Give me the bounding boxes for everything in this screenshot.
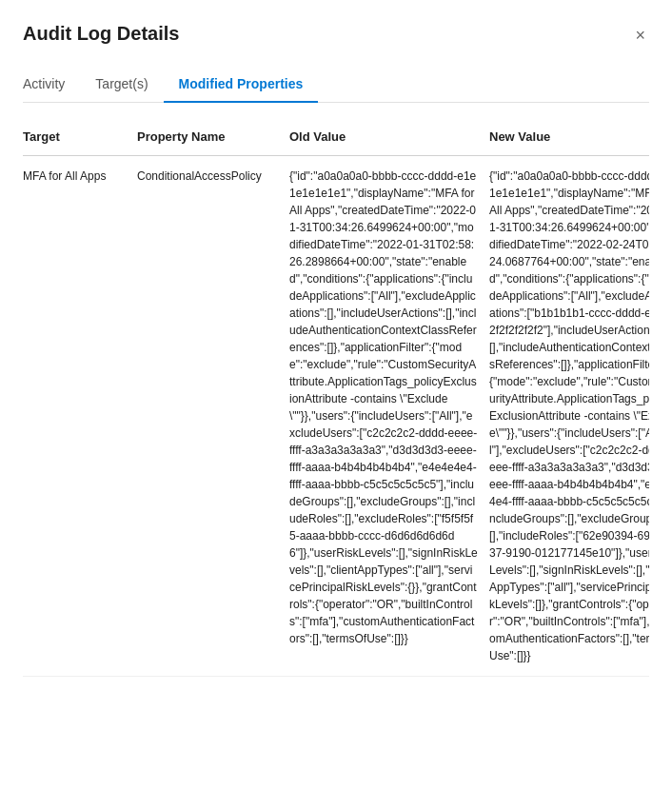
audit-log-dialog: Audit Log Details × Activity Target(s) M… [0,0,672,810]
table-body: MFA for All AppsConditionalAccessPolicy{… [23,156,649,677]
col-new-value: New Value [489,122,649,156]
table-header-row: Target Property Name Old Value New Value [23,122,649,156]
cell-target: MFA for All Apps [23,156,137,677]
col-old-value: Old Value [289,122,489,156]
modified-properties-table-container: Target Property Name Old Value New Value… [23,122,649,677]
tab-modified-properties[interactable]: Modified Properties [164,67,319,103]
cell-old-value: {"id":"a0a0a0a0-bbbb-cccc-dddd-e1e1e1e1e… [289,156,489,677]
col-target: Target [23,122,137,156]
dialog-title: Audit Log Details [23,23,179,45]
table-row: MFA for All AppsConditionalAccessPolicy{… [23,156,649,677]
cell-new-value: {"id":"a0a0a0a0-bbbb-cccc-dddd-e1e1e1e1e… [489,156,649,677]
tabs-container: Activity Target(s) Modified Properties [23,67,649,103]
tab-targets[interactable]: Target(s) [80,67,163,103]
close-button[interactable]: × [631,23,649,48]
modified-properties-table: Target Property Name Old Value New Value… [23,122,649,677]
col-property-name: Property Name [137,122,289,156]
dialog-header: Audit Log Details × [23,23,649,48]
cell-property-name: ConditionalAccessPolicy [137,156,289,677]
tab-activity[interactable]: Activity [23,67,80,103]
table-header: Target Property Name Old Value New Value [23,122,649,156]
